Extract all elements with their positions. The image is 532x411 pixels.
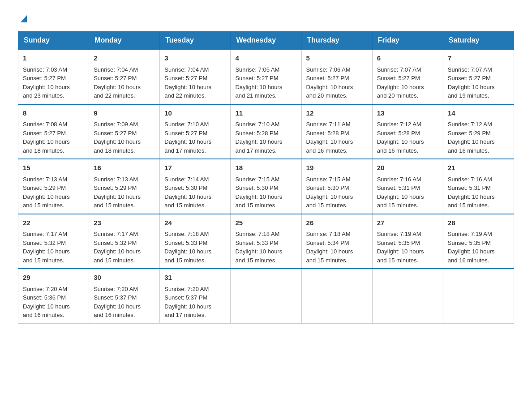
day-number: 10 xyxy=(164,108,226,119)
day-number: 9 xyxy=(94,108,155,119)
day-number: 28 xyxy=(448,218,509,228)
calendar-cell: 1Sunrise: 7:03 AMSunset: 5:27 PMDaylight… xyxy=(18,49,89,104)
calendar-cell: 8Sunrise: 7:08 AMSunset: 5:27 PMDaylight… xyxy=(18,104,89,159)
logo-triangle-icon xyxy=(19,13,29,25)
calendar-week-row: 29Sunrise: 7:20 AMSunset: 5:36 PMDayligh… xyxy=(18,269,514,323)
day-number: 18 xyxy=(235,163,296,173)
logo xyxy=(18,13,29,22)
day-number: 15 xyxy=(23,163,84,173)
calendar-cell: 25Sunrise: 7:18 AMSunset: 5:33 PMDayligh… xyxy=(231,214,301,269)
day-number: 6 xyxy=(377,53,438,64)
day-number: 30 xyxy=(94,273,155,283)
svg-marker-0 xyxy=(21,15,27,22)
calendar-cell: 15Sunrise: 7:13 AMSunset: 5:29 PMDayligh… xyxy=(18,159,89,214)
day-of-week-header: Tuesday xyxy=(160,32,231,50)
calendar-cell: 5Sunrise: 7:06 AMSunset: 5:27 PMDaylight… xyxy=(301,49,372,104)
calendar-cell: 22Sunrise: 7:17 AMSunset: 5:32 PMDayligh… xyxy=(18,214,89,269)
day-number: 31 xyxy=(164,273,226,283)
day-of-week-header: Saturday xyxy=(443,32,514,50)
day-number: 16 xyxy=(94,163,155,173)
day-number: 11 xyxy=(235,108,296,119)
day-of-week-header: Monday xyxy=(89,32,160,50)
day-number: 8 xyxy=(23,108,84,119)
calendar-cell: 11Sunrise: 7:10 AMSunset: 5:28 PMDayligh… xyxy=(231,104,301,159)
calendar-cell: 9Sunrise: 7:09 AMSunset: 5:27 PMDaylight… xyxy=(89,104,160,159)
calendar-cell: 26Sunrise: 7:18 AMSunset: 5:34 PMDayligh… xyxy=(301,214,372,269)
calendar-cell: 2Sunrise: 7:04 AMSunset: 5:27 PMDaylight… xyxy=(89,49,160,104)
day-number: 23 xyxy=(94,218,155,228)
page-header xyxy=(18,13,514,22)
calendar-header-row: SundayMondayTuesdayWednesdayThursdayFrid… xyxy=(18,32,514,50)
day-number: 4 xyxy=(235,53,296,64)
calendar-cell: 3Sunrise: 7:04 AMSunset: 5:27 PMDaylight… xyxy=(160,49,231,104)
calendar-cell: 28Sunrise: 7:19 AMSunset: 5:35 PMDayligh… xyxy=(443,214,514,269)
calendar-cell: 6Sunrise: 7:07 AMSunset: 5:27 PMDaylight… xyxy=(372,49,443,104)
calendar-cell: 10Sunrise: 7:10 AMSunset: 5:27 PMDayligh… xyxy=(160,104,231,159)
calendar-week-row: 22Sunrise: 7:17 AMSunset: 5:32 PMDayligh… xyxy=(18,214,514,269)
calendar-cell: 23Sunrise: 7:17 AMSunset: 5:32 PMDayligh… xyxy=(89,214,160,269)
day-of-week-header: Sunday xyxy=(18,32,89,50)
day-number: 7 xyxy=(448,53,509,64)
calendar-cell: 14Sunrise: 7:12 AMSunset: 5:29 PMDayligh… xyxy=(443,104,514,159)
day-of-week-header: Wednesday xyxy=(231,32,301,50)
calendar-cell: 20Sunrise: 7:16 AMSunset: 5:31 PMDayligh… xyxy=(372,159,443,214)
calendar-cell: 24Sunrise: 7:18 AMSunset: 5:33 PMDayligh… xyxy=(160,214,231,269)
calendar-cell xyxy=(301,269,372,323)
day-number: 1 xyxy=(23,53,84,64)
day-number: 12 xyxy=(306,108,368,119)
calendar-cell xyxy=(443,269,514,323)
calendar-cell: 27Sunrise: 7:19 AMSunset: 5:35 PMDayligh… xyxy=(372,214,443,269)
calendar-table: SundayMondayTuesdayWednesdayThursdayFrid… xyxy=(18,31,514,324)
calendar-cell: 16Sunrise: 7:13 AMSunset: 5:29 PMDayligh… xyxy=(89,159,160,214)
day-number: 25 xyxy=(235,218,296,228)
day-number: 20 xyxy=(377,163,438,173)
calendar-cell: 29Sunrise: 7:20 AMSunset: 5:36 PMDayligh… xyxy=(18,269,89,323)
calendar-cell: 18Sunrise: 7:15 AMSunset: 5:30 PMDayligh… xyxy=(231,159,301,214)
calendar-cell: 31Sunrise: 7:20 AMSunset: 5:37 PMDayligh… xyxy=(160,269,231,323)
calendar-cell: 12Sunrise: 7:11 AMSunset: 5:28 PMDayligh… xyxy=(301,104,372,159)
calendar-cell: 13Sunrise: 7:12 AMSunset: 5:28 PMDayligh… xyxy=(372,104,443,159)
day-number: 24 xyxy=(164,218,226,228)
day-number: 27 xyxy=(377,218,438,228)
day-number: 21 xyxy=(448,163,509,173)
day-number: 5 xyxy=(306,53,368,64)
day-of-week-header: Thursday xyxy=(301,32,372,50)
calendar-week-row: 15Sunrise: 7:13 AMSunset: 5:29 PMDayligh… xyxy=(18,159,514,214)
day-number: 19 xyxy=(306,163,368,173)
day-number: 22 xyxy=(23,218,84,228)
day-number: 2 xyxy=(94,53,155,64)
day-number: 3 xyxy=(164,53,226,64)
calendar-cell xyxy=(372,269,443,323)
calendar-week-row: 1Sunrise: 7:03 AMSunset: 5:27 PMDaylight… xyxy=(18,49,514,104)
day-number: 26 xyxy=(306,218,368,228)
calendar-cell: 17Sunrise: 7:14 AMSunset: 5:30 PMDayligh… xyxy=(160,159,231,214)
day-number: 17 xyxy=(164,163,226,173)
calendar-cell: 21Sunrise: 7:16 AMSunset: 5:31 PMDayligh… xyxy=(443,159,514,214)
calendar-cell: 19Sunrise: 7:15 AMSunset: 5:30 PMDayligh… xyxy=(301,159,372,214)
calendar-cell xyxy=(231,269,301,323)
calendar-cell: 7Sunrise: 7:07 AMSunset: 5:27 PMDaylight… xyxy=(443,49,514,104)
calendar-cell: 4Sunrise: 7:05 AMSunset: 5:27 PMDaylight… xyxy=(231,49,301,104)
day-number: 29 xyxy=(23,273,84,283)
calendar-week-row: 8Sunrise: 7:08 AMSunset: 5:27 PMDaylight… xyxy=(18,104,514,159)
day-number: 14 xyxy=(448,108,509,119)
day-of-week-header: Friday xyxy=(372,32,443,50)
day-number: 13 xyxy=(377,108,438,119)
calendar-cell: 30Sunrise: 7:20 AMSunset: 5:37 PMDayligh… xyxy=(89,269,160,323)
